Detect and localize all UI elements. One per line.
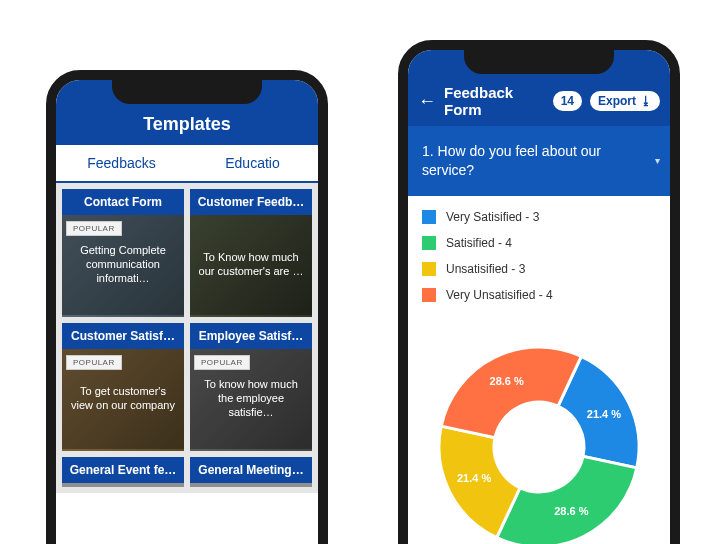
- template-grid: Contact Form POPULAR Getting Complete co…: [56, 183, 318, 493]
- donut-svg: 21.4 %28.6 %21.4 %28.6 %: [424, 332, 654, 544]
- template-card[interactable]: General Event fe…: [62, 457, 184, 487]
- legend-swatch: [422, 236, 436, 250]
- template-card[interactable]: Employee Satisf… POPULAR To know how muc…: [190, 323, 312, 451]
- card-desc: Getting Complete communication informati…: [68, 244, 178, 285]
- phone-templates: Templates Feedbacks Educatio Contact For…: [46, 70, 328, 544]
- phone-feedback: ← Feedback Form 14 Export ⭳ 1. How do yo…: [398, 40, 680, 544]
- donut-slice: [441, 347, 581, 438]
- card-title: General Event fe…: [62, 457, 184, 483]
- card-desc: To get customer's view on our company: [68, 385, 178, 413]
- template-card[interactable]: Contact Form POPULAR Getting Complete co…: [62, 189, 184, 317]
- question-header[interactable]: 1. How do you feel about our service? ▾: [408, 126, 670, 196]
- popular-badge: POPULAR: [66, 355, 122, 370]
- notch: [464, 48, 614, 74]
- legend-label: Very Unsatisified - 4: [446, 288, 553, 302]
- legend-item: Very Satisified - 3: [422, 210, 656, 224]
- slice-label: 28.6 %: [490, 375, 524, 387]
- card-desc: To Know how much our customer's are …: [196, 251, 306, 279]
- card-title: Customer Satisf…: [62, 323, 184, 349]
- slice-label: 21.4 %: [457, 472, 491, 484]
- legend-swatch: [422, 210, 436, 224]
- legend-item: Very Unsatisified - 4: [422, 288, 656, 302]
- card-title: Employee Satisf…: [190, 323, 312, 349]
- popular-badge: POPULAR: [66, 221, 122, 236]
- card-body: To Know how much our customer's are …: [190, 215, 312, 315]
- legend-label: Very Satisified - 3: [446, 210, 539, 224]
- card-title: Customer Feedb…: [190, 189, 312, 215]
- tabs: Feedbacks Educatio: [56, 145, 318, 183]
- export-label: Export: [598, 94, 636, 108]
- export-button[interactable]: Export ⭳: [590, 91, 660, 111]
- legend-swatch: [422, 262, 436, 276]
- template-card[interactable]: General Meeting…: [190, 457, 312, 487]
- legend-item: Satisified - 4: [422, 236, 656, 250]
- question-text: 1. How do you feel about our service?: [422, 143, 601, 178]
- donut-slice: [497, 456, 637, 544]
- template-card[interactable]: Customer Satisf… POPULAR To get customer…: [62, 323, 184, 451]
- response-count[interactable]: 14: [553, 91, 582, 111]
- tab-feedbacks[interactable]: Feedbacks: [56, 145, 187, 181]
- slice-label: 28.6 %: [554, 505, 588, 517]
- tab-education[interactable]: Educatio: [187, 145, 318, 181]
- download-icon: ⭳: [640, 94, 652, 108]
- chevron-down-icon: ▾: [655, 154, 660, 168]
- page-title: Feedback Form: [444, 84, 545, 118]
- legend: Very Satisified - 3 Satisified - 4 Unsat…: [408, 196, 670, 328]
- card-title: Contact Form: [62, 189, 184, 215]
- donut-chart: 21.4 %28.6 %21.4 %28.6 %: [408, 328, 670, 544]
- card-desc: To know how much the employee satisfie…: [196, 378, 306, 419]
- card-title: General Meeting…: [190, 457, 312, 483]
- notch: [112, 78, 262, 104]
- legend-item: Unsatisified - 3: [422, 262, 656, 276]
- slice-label: 21.4 %: [587, 407, 621, 419]
- back-icon[interactable]: ←: [418, 92, 436, 110]
- title-text: Templates: [143, 114, 231, 134]
- template-card[interactable]: Customer Feedb… To Know how much our cus…: [190, 189, 312, 317]
- popular-badge: POPULAR: [194, 355, 250, 370]
- legend-swatch: [422, 288, 436, 302]
- legend-label: Satisified - 4: [446, 236, 512, 250]
- legend-label: Unsatisified - 3: [446, 262, 525, 276]
